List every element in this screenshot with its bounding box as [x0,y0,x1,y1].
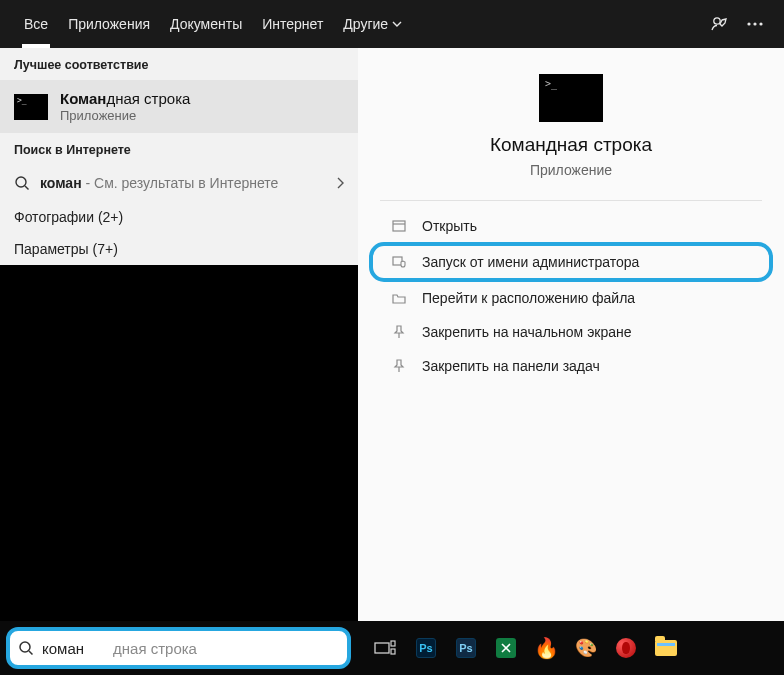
action-pin-start[interactable]: Закрепить на начальном экране [380,315,762,349]
chevron-down-icon [392,21,402,27]
results-pane: Лучшее соответствие Командная строка При… [0,48,358,621]
taskbar-app-photoshop-1[interactable]: Ps [415,637,437,659]
action-open-label: Открыть [422,218,477,234]
action-open-location-label: Перейти к расположению файла [422,290,635,306]
svg-point-0 [714,18,720,24]
action-pin-taskbar-label: Закрепить на панели задач [422,358,600,374]
best-match-type: Приложение [60,108,190,123]
opera-icon [616,638,636,658]
photos-group[interactable]: Фотографии (2+) [0,201,358,233]
open-icon [390,217,408,235]
tab-docs[interactable]: Документы [160,0,252,48]
best-match-title-highlight: Коман [60,90,106,107]
task-view-button[interactable] [373,638,397,658]
web-search-query: коман [40,175,82,191]
tab-more-label: Другие [343,16,388,32]
tab-all[interactable]: Все [14,0,58,48]
search-box[interactable]: дная строка [6,627,351,669]
folder-icon [655,640,677,656]
excel-icon [496,638,516,658]
feedback-icon[interactable] [710,15,728,33]
best-match-header: Лучшее соответствие [0,48,358,80]
svg-rect-5 [393,221,405,231]
more-options-icon[interactable] [746,22,764,26]
search-input[interactable] [42,640,339,657]
settings-group[interactable]: Параметры (7+) [0,233,358,265]
cmd-icon [14,94,48,120]
chevron-right-icon [336,177,344,189]
detail-title: Командная строка [490,134,652,156]
tab-web[interactable]: Интернет [252,0,333,48]
taskbar-app-photoshop-2[interactable]: Ps [455,637,477,659]
svg-point-3 [759,22,762,25]
web-search-text: коман - См. результаты в Интернете [40,175,278,191]
action-open-location[interactable]: Перейти к расположению файла [380,281,762,315]
action-pin-taskbar[interactable]: Закрепить на панели задач [380,349,762,383]
best-match-item[interactable]: Командная строка Приложение [0,80,358,133]
palette-icon: 🎨 [575,637,597,659]
web-search-header: Поиск в Интернете [0,133,358,165]
svg-point-4 [16,177,26,187]
taskbar-app-excel[interactable] [495,637,517,659]
best-match-title: Командная строка [60,90,190,107]
taskbar-app-opera[interactable] [615,637,637,659]
action-open[interactable]: Открыть [380,209,762,243]
action-pin-start-label: Закрепить на начальном экране [422,324,632,340]
pin-start-icon [390,323,408,341]
search-category-tabs: Все Приложения Документы Интернет Другие [0,0,784,48]
action-run-as-admin-label: Запуск от имени администратора [422,254,639,270]
taskbar-app-explorer[interactable] [655,637,677,659]
ps-icon: Ps [416,638,436,658]
detail-type: Приложение [530,162,612,178]
svg-rect-8 [375,643,389,653]
svg-rect-9 [391,641,395,646]
folder-icon [390,289,408,307]
detail-pane: Командная строка Приложение Открыть Запу… [358,48,784,621]
admin-icon [390,253,408,271]
taskbar-app-flame[interactable]: 🔥 [535,637,557,659]
best-match-title-rest: дная строка [106,90,190,107]
pin-taskbar-icon [390,357,408,375]
tab-more[interactable]: Другие [333,0,412,48]
ps-icon: Ps [456,638,476,658]
action-run-as-admin[interactable]: Запуск от имени администратора [372,245,770,279]
tab-apps[interactable]: Приложения [58,0,160,48]
svg-rect-10 [391,649,395,654]
svg-point-2 [753,22,756,25]
svg-point-1 [747,22,750,25]
web-search-item[interactable]: коман - См. результаты в Интернете [0,165,358,201]
search-icon [18,640,34,656]
svg-point-7 [20,642,30,652]
taskbar: дная строка Ps Ps 🔥 🎨 [0,621,784,675]
detail-app-icon [539,74,603,122]
left-empty-area [0,265,358,621]
flame-icon: 🔥 [534,636,559,660]
detail-actions: Открыть Запуск от имени администратора П… [380,201,762,383]
web-search-hint: - См. результаты в Интернете [82,175,279,191]
taskbar-app-paint[interactable]: 🎨 [575,637,597,659]
search-icon [14,175,30,191]
